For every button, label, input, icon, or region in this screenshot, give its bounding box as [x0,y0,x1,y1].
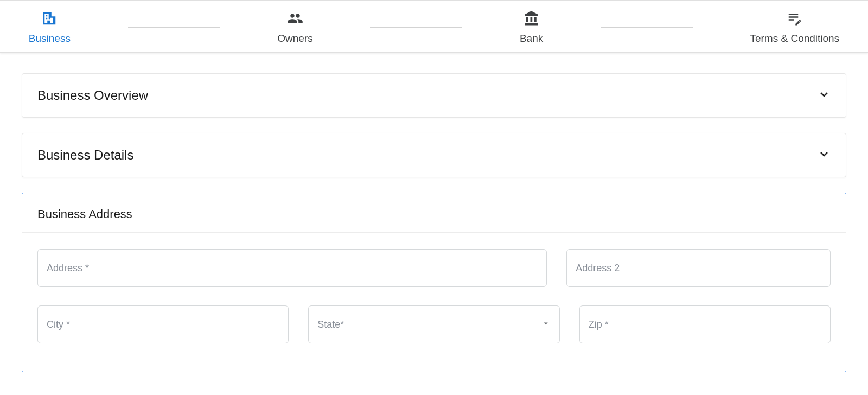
tab-business[interactable]: Business [29,10,71,44]
tab-terms[interactable]: Terms & Conditions [750,10,839,44]
tab-bank[interactable]: Bank [520,10,543,44]
tab-divider [370,27,462,28]
zip-input[interactable] [589,319,821,330]
caret-down-icon [541,318,551,331]
terms-icon [787,10,803,29]
tab-divider [601,27,693,28]
city-field-wrapper [37,305,289,343]
accordion-title-address: Business Address [37,207,831,221]
address2-input[interactable] [576,263,821,274]
tab-bank-label: Bank [520,33,543,44]
address-form: State* [22,233,846,372]
tab-owners-label: Owners [277,33,312,44]
main-content: Business Overview Business Details Busin… [0,53,868,383]
state-placeholder: State* [317,319,344,330]
accordion-header-details[interactable]: Business Details [22,133,846,177]
address1-field-wrapper [37,249,547,287]
accordion-title-details: Business Details [37,148,133,163]
city-input[interactable] [47,319,279,330]
zip-field-wrapper [579,305,831,343]
tab-divider [128,27,220,28]
accordion-business-overview: Business Overview [22,73,846,118]
address1-input[interactable] [47,263,538,274]
building-icon [41,10,58,29]
state-select[interactable]: State* [308,305,559,343]
tab-business-label: Business [29,33,71,44]
accordion-header-address[interactable]: Business Address [22,193,846,232]
bank-icon [524,10,540,29]
tab-owners[interactable]: Owners [277,10,312,44]
address2-field-wrapper [566,249,831,287]
accordion-header-overview[interactable]: Business Overview [22,74,846,117]
stepper-nav: Business Owners Bank Terms & Conditions [0,0,868,53]
chevron-down-icon [818,148,831,163]
people-icon [287,10,303,29]
accordion-business-details: Business Details [22,133,846,177]
accordion-title-overview: Business Overview [37,88,148,103]
chevron-down-icon [818,88,831,103]
tab-terms-label: Terms & Conditions [750,33,839,44]
accordion-business-address: Business Address State* [22,193,846,372]
